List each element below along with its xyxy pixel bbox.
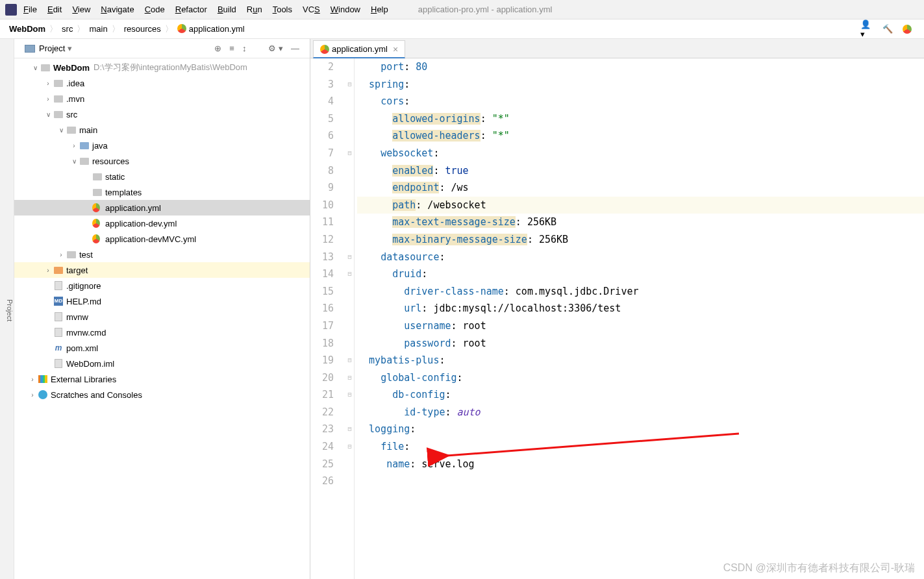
editor-tab-application-yml[interactable]: application.yml × [313,40,405,58]
tree-static[interactable]: static [14,169,310,184]
project-header: Project ▾ ⊕ ≡ ↕ ⚙ ▾ — [14,39,310,58]
crumb-resources[interactable]: resources [120,24,165,34]
chevron-right-icon: 〉 [49,23,58,35]
chevron-right-icon: 〉 [165,23,173,35]
crumb-file[interactable]: application.yml [173,24,249,34]
tree-main[interactable]: ∨main [14,122,310,138]
watermark: CSDN @深圳市有德者科技有限公司-耿瑞 [723,561,915,575]
menu-view[interactable]: View [72,5,90,14]
close-icon[interactable]: × [393,44,398,55]
toolbar-right: 👤▾ 🔨 [860,23,919,36]
window-title: application-pro.yml - application.yml [418,5,553,14]
code-content[interactable]: port: 80 spring: cors: allowed-origins: … [355,58,924,579]
tree-application-dev-yml[interactable]: application-dev.yml [14,216,310,231]
menu-refactor[interactable]: Refactor [175,5,207,14]
tree-java[interactable]: ›java [14,138,310,153]
menu-build[interactable]: Build [218,5,236,14]
chevron-right-icon: 〉 [77,23,85,35]
dropdown-icon[interactable]: ▾ [68,43,72,53]
run-config-icon[interactable] [902,23,915,36]
settings-gear-icon[interactable]: ⚙ ▾ [268,43,283,53]
main-split: Project Project ▾ ⊕ ≡ ↕ ⚙ ▾ — ∨ WebDom D… [0,39,924,579]
project-icon [25,45,35,53]
select-opened-icon[interactable]: ⊕ [214,43,221,53]
project-panel: Project ▾ ⊕ ≡ ↕ ⚙ ▾ — ∨ WebDom D:\学习案例\i… [14,39,310,579]
editor-area: application.yml × 2345678910111213141516… [310,39,924,579]
menu-edit[interactable]: Edit [47,5,62,14]
tree-application-yml[interactable]: application.yml [14,200,310,216]
tree-external-libs[interactable]: ›External Libraries [14,371,310,387]
menu-file[interactable]: File [23,5,37,14]
app-logo-icon [5,4,17,16]
menu-navigate[interactable]: Navigate [101,5,134,14]
crumb-main[interactable]: main [85,24,111,34]
breadcrumb-bar: WebDom 〉 src 〉 main 〉 resources 〉 applic… [0,19,924,39]
tree-root[interactable]: ∨ WebDom D:\学习案例\integrationMyBatis\WebD… [14,60,310,75]
tree-pom[interactable]: mpom.xml [14,340,310,356]
chevron-right-icon: 〉 [112,23,120,35]
menu-run[interactable]: Run [247,5,262,14]
left-tool-strip[interactable]: Project [0,39,14,579]
fold-gutter[interactable]: ⊟⊟⊟⊟⊟⊟⊟⊟⊟ [345,58,355,579]
build-hammer-icon[interactable]: 🔨 [881,23,894,36]
tree-resources[interactable]: ∨resources [14,153,310,169]
tree-src[interactable]: ∨src [14,106,310,122]
crumb-src[interactable]: src [58,24,77,34]
line-gutter: 2345678910111213141516171819202122232425… [310,58,345,579]
yml-icon [177,24,186,33]
tree-gitignore[interactable]: .gitignore [14,278,310,293]
tree-mvnw[interactable]: mvnw [14,309,310,325]
tab-label: application.yml [332,44,388,54]
menu-help[interactable]: Help [371,5,388,14]
menu-window[interactable]: Window [331,5,360,14]
menu-tools[interactable]: Tools [273,5,292,14]
sidetab-project[interactable]: Project [6,299,14,321]
tree-iml[interactable]: WebDom.iml [14,356,310,371]
crumb-root[interactable]: WebDom [5,24,49,34]
editor-tab-bar: application.yml × [310,39,924,58]
collapse-all-icon[interactable]: ↕ [242,43,247,53]
tree-idea[interactable]: ›.idea [14,75,310,91]
tree-helpmd[interactable]: MDHELP.md [14,293,310,309]
expand-all-icon[interactable]: ≡ [229,43,234,53]
tree-templates[interactable]: templates [14,184,310,200]
project-header-label[interactable]: Project [39,43,65,53]
user-icon[interactable]: 👤▾ [860,23,873,36]
code-editor[interactable]: 2345678910111213141516171819202122232425… [310,58,924,579]
tree-mvn[interactable]: ›.mvn [14,91,310,106]
menu-code[interactable]: Code [145,5,165,14]
menu-bar: File Edit View Navigate Code Refactor Bu… [0,0,924,19]
project-tree[interactable]: ∨ WebDom D:\学习案例\integrationMyBatis\WebD… [14,58,310,579]
hide-panel-icon[interactable]: — [291,43,299,53]
tree-scratches[interactable]: ›Scratches and Consoles [14,387,310,402]
tree-mvnwcmd[interactable]: mvnw.cmd [14,325,310,340]
yml-icon [320,45,329,54]
tree-target[interactable]: ›target [14,262,310,278]
tree-application-devmvc-yml[interactable]: application-devMVC.yml [14,231,310,247]
menu-vcs[interactable]: VCS [303,5,320,14]
tree-test[interactable]: ›test [14,247,310,262]
